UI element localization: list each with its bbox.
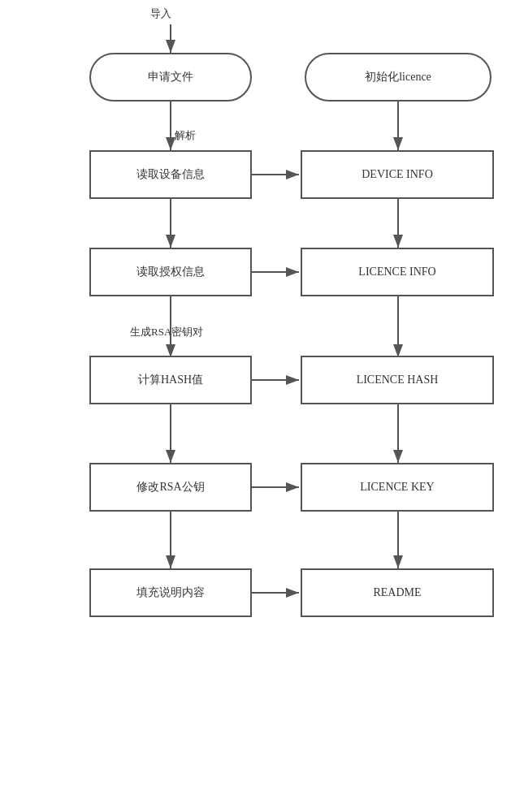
init-licence-node: 初始化licence — [305, 53, 492, 102]
fill-content-node: 填充说明内容 — [89, 568, 252, 617]
read-device-node: 读取设备信息 — [89, 150, 252, 199]
gen-rsa-label: 生成RSA密钥对 — [130, 325, 203, 339]
flowchart-diagram: 导入 申请文件 初始化licence 解析 读取设备信息 DEVICE INFO… — [0, 0, 511, 812]
modify-rsa-node: 修改RSA公钥 — [89, 463, 252, 512]
import-label: 导入 — [150, 6, 171, 21]
arrows-svg — [0, 0, 511, 812]
licence-key-node: LICENCE KEY — [301, 463, 494, 512]
licence-info-node: LICENCE INFO — [301, 248, 494, 296]
apply-file-node: 申请文件 — [89, 53, 252, 102]
readme-node: README — [301, 568, 494, 617]
licence-hash-node: LICENCE HASH — [301, 356, 494, 404]
device-info-node: DEVICE INFO — [301, 150, 494, 199]
parse-label: 解析 — [175, 128, 196, 143]
calc-hash-node: 计算HASH值 — [89, 356, 252, 404]
read-auth-node: 读取授权信息 — [89, 248, 252, 296]
